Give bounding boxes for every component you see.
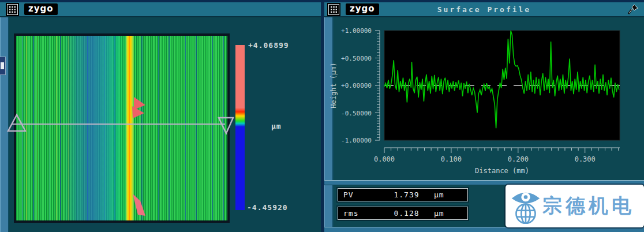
svg-text:0.000: 0.000 — [374, 155, 395, 163]
window-menu-button[interactable] — [7, 4, 18, 15]
profile-plot: +1.00000+0.50000+0.00000-0.50000-1.00000… — [324, 17, 644, 180]
pushpin-icon[interactable] — [627, 3, 639, 18]
svg-text:Height (μm): Height (μm) — [330, 62, 338, 108]
surface-map-body: +4.06899 μm -4.45920 — [0, 17, 321, 232]
surface-map-window: zygo +4.06899 μm -4.45920 — [0, 0, 321, 232]
surface-profile-titlebar[interactable]: zygo Surface Profile — [324, 2, 644, 17]
window-title: Surface Profile — [437, 5, 531, 14]
colorbar-max-label: +4.06899 — [248, 41, 289, 50]
svg-text:0.300: 0.300 — [575, 155, 596, 163]
pv-result-box: PV 1.739 μm — [338, 188, 468, 201]
colorbar-min-label: -4.45920 — [247, 203, 288, 212]
window-frame-strip — [0, 17, 9, 232]
pv-label: PV — [338, 190, 379, 199]
pv-value: 1.739 — [379, 190, 434, 199]
svg-text:-0.50000: -0.50000 — [341, 110, 372, 117]
rms-value: 0.128 — [379, 209, 434, 218]
grid-dots-icon — [331, 6, 337, 13]
window-menu-button[interactable] — [328, 4, 339, 15]
rms-result-box: rms 0.128 μm — [338, 207, 468, 220]
window-bottom-frame — [324, 227, 644, 232]
svg-text:Distance (mm): Distance (mm) — [475, 167, 529, 175]
zygo-logo: zygo — [24, 3, 58, 15]
background-window-icon — [0, 57, 6, 75]
watermark-text: 宗德机电 — [542, 193, 635, 219]
svg-text:+1.00000: +1.00000 — [341, 27, 372, 35]
svg-text:-1.00000: -1.00000 — [341, 137, 372, 144]
svg-text:+0.50000: +0.50000 — [341, 55, 372, 62]
colorbar-unit-label: μm — [271, 122, 282, 130]
svg-text:0.100: 0.100 — [441, 155, 462, 163]
surface-map-titlebar[interactable]: zygo — [0, 2, 321, 17]
svg-text:+0.00000: +0.00000 — [341, 82, 372, 89]
pv-unit: μm — [434, 190, 467, 199]
height-colorbar — [235, 45, 245, 210]
eye-globe-logo-icon — [509, 188, 542, 224]
rms-label: rms — [338, 209, 379, 218]
rms-unit: μm — [434, 209, 467, 218]
grid-dots-icon — [9, 6, 16, 13]
zygo-logo: zygo — [346, 3, 379, 15]
svg-text:0.200: 0.200 — [508, 155, 529, 163]
watermark-badge: 宗德机电 — [506, 185, 644, 227]
surface-map-image — [14, 33, 230, 223]
